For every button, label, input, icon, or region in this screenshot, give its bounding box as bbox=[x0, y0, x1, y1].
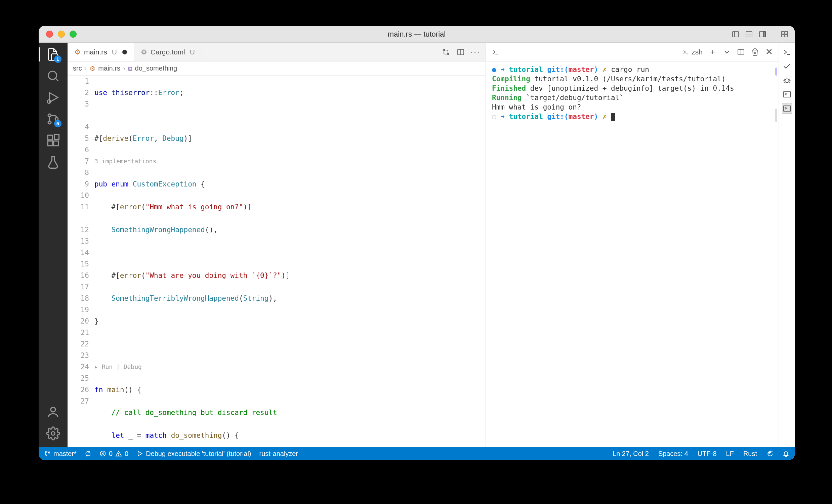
extensions-icon[interactable] bbox=[46, 133, 60, 148]
activity-bar: 1 5 bbox=[38, 43, 68, 447]
breadcrumb-segment[interactable]: main.rs bbox=[98, 64, 120, 72]
trash-icon[interactable] bbox=[751, 48, 759, 56]
svg-rect-5 bbox=[763, 32, 765, 37]
tab-actions: ··· bbox=[442, 43, 486, 61]
line-number-gutter: 123 4567891011 1213141516171819202122232… bbox=[68, 76, 95, 447]
shell-name: zsh bbox=[692, 48, 703, 56]
close-panel-icon[interactable]: ✕ bbox=[765, 48, 773, 56]
accounts-icon[interactable] bbox=[46, 405, 60, 419]
split-editor-icon[interactable] bbox=[457, 48, 465, 56]
encoding-status[interactable]: UTF-8 bbox=[698, 450, 717, 458]
title-layout-buttons bbox=[731, 30, 789, 38]
svg-line-35 bbox=[789, 79, 790, 79]
svg-rect-6 bbox=[782, 32, 784, 34]
terminal-profile-icon[interactable]: zsh bbox=[682, 48, 703, 56]
function-symbol-icon: ⧈ bbox=[128, 64, 132, 72]
terminal-titlebar: zsh + ✕ bbox=[486, 43, 779, 61]
svg-line-11 bbox=[55, 78, 58, 81]
code-lens[interactable]: 3 implementations bbox=[95, 156, 479, 167]
scm-badge: 5 bbox=[54, 120, 61, 127]
terminal-icon[interactable] bbox=[491, 48, 499, 56]
tab-label: Cargo.toml bbox=[151, 48, 185, 56]
problems-status[interactable]: 0 0 bbox=[100, 450, 128, 458]
breadcrumb-segment[interactable]: src bbox=[73, 64, 82, 72]
panel-bottom-icon[interactable] bbox=[745, 30, 753, 38]
svg-line-37 bbox=[789, 82, 790, 83]
editor-group: ⚙ main.rs U ⚙ Cargo.toml U ··· src bbox=[68, 43, 486, 447]
cursor-position-status[interactable]: Ln 27, Col 2 bbox=[613, 450, 649, 458]
svg-line-34 bbox=[784, 79, 785, 79]
breadcrumb-segment[interactable]: do_something bbox=[135, 64, 177, 72]
tab-git-status: U bbox=[190, 48, 195, 56]
side-terminal-icon[interactable] bbox=[782, 47, 792, 57]
feedback-icon[interactable] bbox=[766, 450, 773, 457]
tab-git-status: U bbox=[112, 48, 117, 56]
search-icon[interactable] bbox=[46, 69, 60, 83]
tab-cargo-toml[interactable]: ⚙ Cargo.toml U bbox=[134, 43, 202, 61]
svg-rect-9 bbox=[785, 35, 788, 37]
scroll-indicator bbox=[775, 68, 777, 76]
split-terminal-icon[interactable] bbox=[737, 48, 745, 56]
svg-point-43 bbox=[45, 455, 46, 456]
terminal-content[interactable]: ● ➜ tutorial git:(master) ✗ cargo run Co… bbox=[486, 61, 779, 447]
code-content[interactable]: use thiserror::Error; #[derive(Error, De… bbox=[95, 76, 486, 447]
chevron-right-icon: › bbox=[123, 64, 125, 72]
more-actions-icon[interactable]: ··· bbox=[471, 48, 479, 56]
svg-point-22 bbox=[51, 432, 55, 435]
compare-changes-icon[interactable] bbox=[442, 48, 450, 56]
svg-point-21 bbox=[51, 407, 55, 412]
window-body: 1 5 ⚙ main.rs U bbox=[38, 43, 795, 447]
eol-status[interactable]: LF bbox=[726, 450, 734, 458]
status-bar: master* 0 0 Debug executable 'tutorial' … bbox=[38, 447, 795, 460]
scrollbar-thumb[interactable] bbox=[775, 108, 777, 122]
svg-rect-0 bbox=[732, 32, 738, 37]
sync-status[interactable] bbox=[85, 450, 92, 457]
new-terminal-icon[interactable]: + bbox=[709, 48, 717, 56]
svg-line-36 bbox=[784, 82, 785, 83]
testing-icon[interactable] bbox=[46, 155, 60, 169]
side-debug-console-icon[interactable] bbox=[782, 90, 792, 99]
code-lens-run[interactable]: ▸ Run | Debug bbox=[95, 361, 479, 373]
panel-right-icon[interactable] bbox=[758, 30, 766, 38]
svg-marker-50 bbox=[138, 451, 142, 456]
svg-point-42 bbox=[45, 451, 46, 453]
terminal-dropdown-icon[interactable] bbox=[723, 48, 731, 56]
debug-target-status[interactable]: Debug executable 'tutorial' (tutorial) bbox=[136, 450, 251, 458]
indentation-status[interactable]: Spaces: 4 bbox=[658, 450, 688, 458]
modified-indicator-icon bbox=[122, 50, 127, 54]
code-editor[interactable]: 123 4567891011 1213141516171819202122232… bbox=[68, 76, 486, 447]
rust-file-icon: ⚙ bbox=[74, 48, 81, 56]
run-debug-icon[interactable] bbox=[46, 90, 60, 105]
panel-left-icon[interactable] bbox=[731, 30, 739, 38]
vscode-window: main.rs — tutorial 1 5 bbox=[38, 26, 795, 460]
svg-rect-8 bbox=[782, 35, 784, 37]
side-bug-icon[interactable] bbox=[782, 76, 792, 85]
branch-status[interactable]: master* bbox=[44, 450, 77, 458]
source-control-icon[interactable]: 5 bbox=[46, 112, 60, 126]
side-check-icon[interactable] bbox=[782, 61, 792, 71]
svg-rect-18 bbox=[48, 141, 52, 146]
svg-rect-40 bbox=[783, 92, 790, 97]
gear-icon[interactable] bbox=[46, 426, 60, 441]
explorer-icon[interactable]: 1 bbox=[46, 47, 60, 61]
svg-point-24 bbox=[447, 53, 449, 55]
svg-point-15 bbox=[48, 121, 51, 124]
rust-file-icon: ⚙ bbox=[89, 64, 96, 73]
chevron-right-icon: › bbox=[85, 64, 87, 72]
layout-grid-icon[interactable] bbox=[781, 30, 789, 38]
language-mode-status[interactable]: Rust bbox=[743, 450, 757, 458]
svg-rect-41 bbox=[783, 106, 790, 111]
breadcrumb[interactable]: src › ⚙ main.rs › ⧈ do_something bbox=[68, 61, 486, 76]
svg-rect-19 bbox=[54, 141, 58, 146]
svg-rect-17 bbox=[48, 135, 52, 140]
explorer-badge: 1 bbox=[54, 55, 61, 63]
terminal-cursor bbox=[611, 113, 615, 121]
bell-icon[interactable] bbox=[783, 450, 789, 457]
side-output-icon[interactable] bbox=[782, 104, 792, 113]
rust-analyzer-status[interactable]: rust-analyzer bbox=[259, 450, 298, 458]
tab-main-rs[interactable]: ⚙ main.rs U bbox=[68, 43, 134, 61]
tab-label: main.rs bbox=[84, 48, 107, 56]
svg-point-10 bbox=[48, 71, 57, 80]
titlebar: main.rs — tutorial bbox=[38, 26, 795, 43]
tab-bar: ⚙ main.rs U ⚙ Cargo.toml U ··· bbox=[68, 43, 486, 61]
